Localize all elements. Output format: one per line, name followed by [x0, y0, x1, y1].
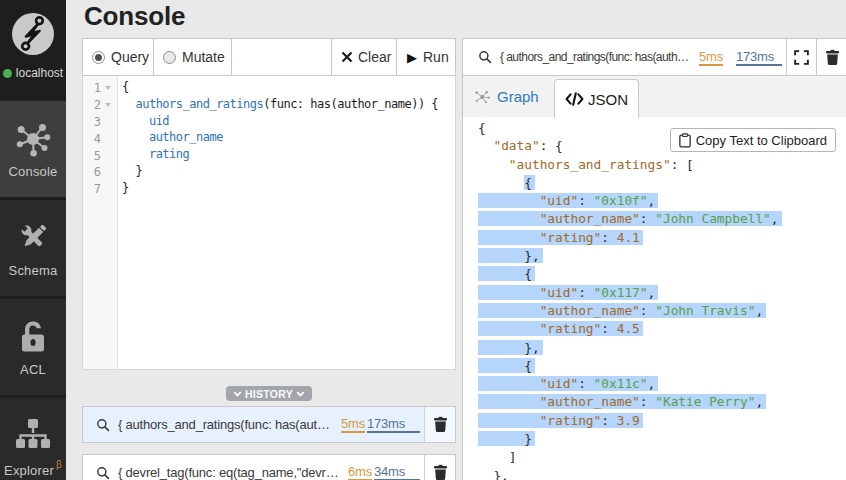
search-icon — [478, 50, 492, 64]
tab-graph[interactable]: Graph — [474, 76, 539, 117]
editor-code-line: { — [122, 80, 455, 97]
editor-gutter: 1234567 — [83, 76, 118, 369]
history-item[interactable]: { devrel_tag(func: eq(tag_name,"devrel")… — [82, 454, 456, 480]
graph-network-icon — [474, 89, 491, 105]
history-item-main: { authors_and_ratings(func: has(author_n… — [83, 407, 424, 442]
json-line: { — [478, 266, 846, 284]
copy-to-clipboard-button[interactable]: Copy Text to Clipboard — [670, 128, 836, 152]
sidebar-item-label: ACL — [20, 362, 46, 377]
total-latency[interactable]: 34ms — [374, 464, 420, 480]
query-editor[interactable]: 1234567 { authors_and_ratings(func: has(… — [82, 76, 456, 370]
json-line: "uid": "0x117", — [478, 285, 846, 303]
sitemap-icon — [15, 415, 51, 453]
latency-badges: 5ms 173ms — [699, 49, 782, 66]
chevron-down-icon — [296, 391, 305, 397]
json-line: "rating": 4.1 — [478, 230, 846, 248]
sidebar-item-explorer[interactable]: Explorerβ — [0, 398, 66, 480]
graph-network-icon — [13, 120, 53, 158]
editor-line-number: 5 — [83, 147, 117, 164]
json-output[interactable]: { "data": { "authors_and_ratings": [ { "… — [463, 117, 846, 480]
tab-graph-label: Graph — [497, 88, 539, 105]
latency-badges: 5ms 173ms — [341, 416, 420, 433]
dgraph-logo-icon — [10, 11, 56, 61]
connection-status-dot — [3, 69, 12, 78]
search-icon — [96, 418, 110, 432]
editor-code-line: authors_and_ratings(func: has(author_nam… — [122, 97, 455, 114]
editor-line-number: 3 — [83, 114, 117, 131]
json-line: { — [478, 175, 846, 193]
query-mode-radio[interactable]: Query — [83, 39, 153, 75]
editor-line-number: 6 — [83, 164, 117, 181]
sidebar-item-schema[interactable]: Schema — [0, 200, 66, 299]
sidebar-item-acl[interactable]: ACL — [0, 299, 66, 398]
editor-code-line: } — [122, 181, 455, 198]
editor-code: { authors_and_ratings(func: has(author_n… — [118, 76, 455, 369]
json-line: "uid": "0x10f", — [478, 193, 846, 211]
fold-arrow-icon[interactable] — [105, 103, 111, 107]
sidebar-item-label: Console — [8, 164, 57, 179]
search-icon — [96, 466, 110, 480]
total-latency[interactable]: 173ms — [736, 49, 782, 66]
sidebar-item-label: Schema — [9, 263, 58, 278]
json-line: }, — [478, 340, 846, 358]
server-latency[interactable]: 6ms — [348, 464, 372, 480]
query-panel: Query Mutate Clear ▶ Run 1234567 { autho… — [82, 38, 456, 480]
json-line: { — [478, 358, 846, 376]
json-line: }, — [478, 248, 846, 266]
history-item[interactable]: { authors_and_ratings(func: has(author_n… — [82, 406, 456, 443]
server-host-label: localhost — [16, 66, 63, 80]
result-tabs: Graph JSON — [463, 76, 846, 117]
clear-result-button[interactable] — [816, 39, 846, 75]
fold-arrow-icon[interactable] — [105, 86, 111, 90]
json-line: "uid": "0x11c", — [478, 376, 846, 394]
json-line: "rating": 4.5 — [478, 321, 846, 339]
json-line: "author_name": "John Travis", — [478, 303, 846, 321]
expand-fullscreen-icon — [794, 50, 809, 65]
toolbar-spacer — [231, 39, 331, 75]
result-query-summary[interactable]: { authors_and_ratings(func: has(author_n… — [463, 39, 786, 75]
server-status[interactable]: localhost — [0, 66, 66, 80]
json-line: ] — [478, 449, 846, 467]
fullscreen-button[interactable] — [786, 39, 816, 75]
radio-unselected-icon — [163, 51, 176, 64]
history-toggle-row: HISTORY — [82, 386, 456, 401]
editor-line-number: 4 — [83, 130, 117, 147]
editor-code-line: author_name — [122, 130, 455, 147]
run-button[interactable]: ▶ Run — [396, 39, 455, 75]
json-result-view: Copy Text to Clipboard { "data": { "auth… — [463, 117, 846, 480]
latency-badges: 6ms 34ms — [348, 464, 420, 480]
trash-icon — [433, 464, 448, 480]
json-line: "author_name": "Katie Perry", — [478, 394, 846, 412]
radio-selected-icon — [92, 51, 105, 64]
result-panel: { authors_and_ratings(func: has(author_n… — [462, 38, 846, 480]
clear-x-icon — [341, 51, 353, 63]
sidebar: localhost — [0, 0, 66, 480]
history-toggle-button[interactable]: HISTORY — [226, 386, 312, 401]
tab-json[interactable]: JSON — [554, 79, 639, 118]
server-latency[interactable]: 5ms — [341, 416, 365, 433]
tools-icon — [17, 219, 50, 257]
editor-code-line: uid — [122, 114, 455, 131]
json-line: "authors_and_ratings": [ — [478, 157, 846, 175]
clear-button[interactable]: Clear — [331, 39, 396, 75]
clipboard-icon — [679, 133, 691, 148]
result-query-text: { authors_and_ratings(func: has(author_n… — [500, 50, 691, 64]
tab-json-label: JSON — [588, 91, 628, 108]
editor-code-line: } — [122, 164, 455, 181]
brand-section: localhost — [0, 0, 66, 101]
sidebar-item-console[interactable]: Console — [0, 101, 66, 200]
history-query-text: { authors_and_ratings(func: has(author_n… — [118, 417, 333, 432]
editor-line-number: 7 — [83, 181, 117, 198]
chevron-down-icon — [233, 391, 242, 397]
editor-toolbar: Query Mutate Clear ▶ Run — [82, 38, 456, 76]
json-line: } — [478, 431, 846, 449]
delete-history-button[interactable] — [424, 455, 455, 480]
delete-history-button[interactable] — [424, 407, 455, 442]
page-title: Console — [84, 1, 185, 32]
trash-icon — [433, 416, 448, 433]
beta-badge: β — [56, 459, 62, 470]
history-query-text: { devrel_tag(func: eq(tag_name,"devrel")… — [118, 465, 340, 480]
server-latency[interactable]: 5ms — [699, 49, 723, 66]
mutate-mode-radio[interactable]: Mutate — [153, 39, 231, 75]
total-latency[interactable]: 173ms — [367, 416, 420, 433]
